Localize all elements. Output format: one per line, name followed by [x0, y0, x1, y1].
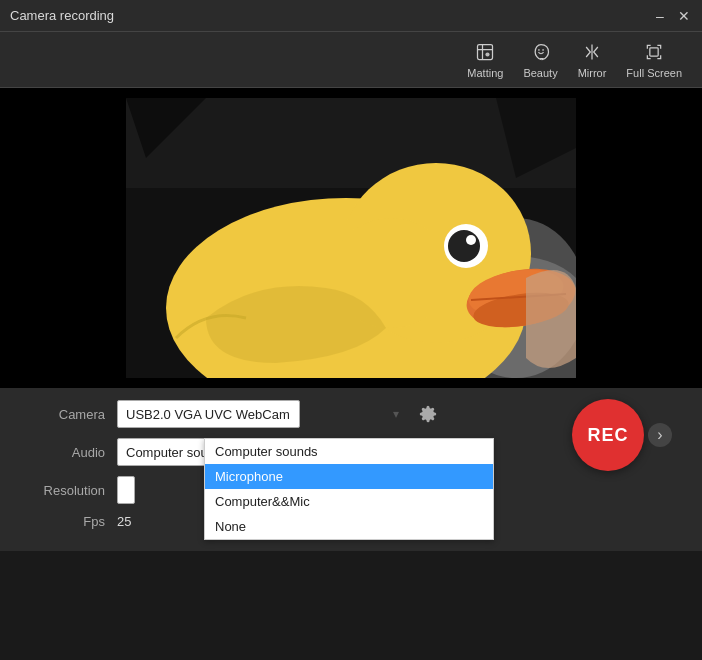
fullscreen-label: Full Screen — [626, 67, 682, 79]
fullscreen-icon — [643, 41, 665, 63]
matting-icon — [474, 41, 496, 63]
mirror-icon — [581, 41, 603, 63]
beauty-label: Beauty — [523, 67, 557, 79]
svg-rect-4 — [650, 47, 658, 55]
audio-row: Audio Computer sounds Computer sounds Mi… — [30, 438, 672, 466]
audio-option-computer-sounds[interactable]: Computer sounds — [205, 439, 493, 464]
title-bar: Camera recording – ✕ — [0, 0, 702, 32]
minimize-button[interactable]: – — [652, 8, 668, 24]
window-title: Camera recording — [10, 8, 114, 23]
audio-option-microphone[interactable]: Microphone — [205, 464, 493, 489]
camera-select-wrapper: USB2.0 VGA UVC WebCam — [117, 400, 407, 428]
toolbar-item-fullscreen[interactable]: Full Screen — [626, 41, 682, 79]
svg-point-1 — [486, 52, 490, 56]
camera-select[interactable]: USB2.0 VGA UVC WebCam — [117, 400, 300, 428]
gear-icon — [419, 405, 437, 423]
fps-value: 25 — [117, 514, 131, 529]
toolbar-item-mirror[interactable]: Mirror — [578, 41, 607, 79]
beauty-icon — [530, 41, 552, 63]
toolbar: Matting Beauty Mirror Full — [0, 32, 702, 88]
svg-point-16 — [448, 230, 480, 262]
svg-point-2 — [538, 49, 540, 51]
camera-label: Camera — [30, 407, 105, 422]
audio-option-computer-and-mic[interactable]: Computer&&Mic — [205, 489, 493, 514]
mirror-label: Mirror — [578, 67, 607, 79]
resolution-label: Resolution — [30, 483, 105, 498]
svg-rect-0 — [478, 44, 493, 59]
camera-preview — [0, 88, 702, 388]
close-button[interactable]: ✕ — [676, 8, 692, 24]
toolbar-item-beauty[interactable]: Beauty — [523, 41, 557, 79]
audio-select-wrapper: Computer sounds Computer sounds Micropho… — [117, 438, 407, 466]
window-controls: – ✕ — [652, 8, 692, 24]
duck-image — [126, 98, 576, 378]
audio-label: Audio — [30, 445, 105, 460]
svg-point-3 — [542, 49, 544, 51]
matting-label: Matting — [467, 67, 503, 79]
svg-point-17 — [466, 235, 476, 245]
controls-panel: Camera USB2.0 VGA UVC WebCam Audio Compu… — [0, 388, 702, 551]
camera-settings-button[interactable] — [415, 401, 441, 427]
fps-label: Fps — [30, 514, 105, 529]
audio-option-none[interactable]: None — [205, 514, 493, 539]
audio-dropdown: Computer sounds Microphone Computer&&Mic… — [204, 438, 494, 540]
resolution-select[interactable] — [117, 476, 135, 504]
toolbar-item-matting[interactable]: Matting — [467, 41, 503, 79]
